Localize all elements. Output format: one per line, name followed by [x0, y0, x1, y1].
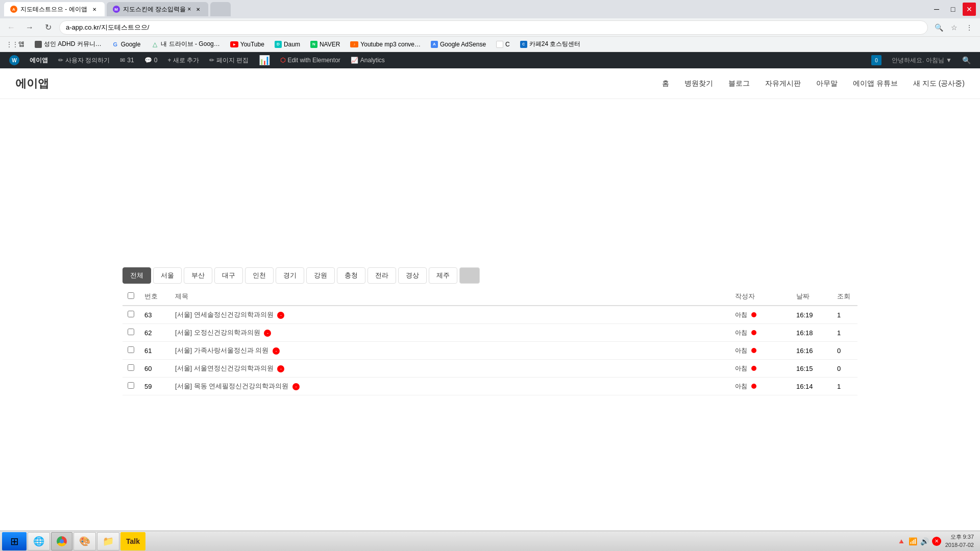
- bookmark-drive-label: 내 드라이브 - Goog…: [161, 40, 219, 48]
- filter-tab-busan[interactable]: 부산: [184, 267, 212, 284]
- tray-icon-1: 🔺: [897, 537, 905, 545]
- taskbar-date: 2018-07-02: [945, 541, 974, 549]
- taskbar-ie-icon[interactable]: 🌐: [28, 532, 50, 550]
- address-icons: 🔍 ☆ ⋮: [932, 21, 976, 34]
- edit-page-label: 페이지 편집: [216, 56, 249, 65]
- youtube-icon: [230, 41, 238, 47]
- bookmark-ytmp3[interactable]: ♪ Youtube mp3 conve…: [346, 38, 425, 51]
- bookmark-naver[interactable]: N NAVER: [306, 38, 344, 51]
- taskbar: ⊞ 🌐 🎨 📁 Talk 🔺 📶 🔊 오후 9:37 2018-07-02: [0, 531, 980, 551]
- wp-new-item[interactable]: + 새로 추가: [162, 52, 204, 68]
- nav-hospital[interactable]: 병원찾기: [684, 79, 713, 88]
- row-check-59[interactable]: [128, 382, 134, 389]
- bookmark-star-button[interactable]: ☆: [947, 21, 961, 34]
- tray-icon-vol: 🔊: [920, 537, 929, 545]
- browser-tab-2[interactable]: M 지도스킨에 장소입력을 × ✕: [107, 2, 209, 16]
- taskbar-kakao-icon[interactable]: Talk: [120, 532, 145, 550]
- wp-stats-item[interactable]: 📊: [254, 52, 275, 68]
- filter-tab-all[interactable]: 전체: [122, 267, 151, 284]
- select-all-checkbox[interactable]: [128, 292, 134, 299]
- tab1-close[interactable]: ✕: [90, 5, 99, 13]
- filter-tab-gyeongsang[interactable]: 경상: [398, 267, 427, 284]
- table-header-row: 번호 제목 작성자 날짜 조회: [122, 288, 857, 306]
- filter-tab-daegu[interactable]: 대구: [214, 267, 243, 284]
- wp-hello-item[interactable]: 안녕하세요. 아침님 ▼: [887, 52, 957, 68]
- address-input[interactable]: [59, 20, 928, 35]
- filter-tab-jeolla[interactable]: 전라: [368, 267, 396, 284]
- wp-customize-item[interactable]: ✏ 사용자 정의하기: [53, 52, 115, 68]
- ytmp3-icon: ♪: [350, 41, 358, 47]
- comments-icon: ✉: [120, 57, 125, 64]
- tab2-close[interactable]: ✕: [194, 5, 202, 13]
- row-check-61[interactable]: [128, 346, 134, 353]
- tab1-icon: A: [10, 6, 17, 13]
- back-button[interactable]: ←: [4, 20, 18, 35]
- nav-mumble[interactable]: 아무말: [816, 79, 838, 88]
- bookmark-drive[interactable]: △ 내 드라이브 - Goog…: [146, 38, 224, 51]
- maximize-button[interactable]: □: [946, 3, 960, 16]
- wp-comments-item[interactable]: ✉ 31: [115, 52, 139, 68]
- taskbar-chrome-icon[interactable]: [51, 532, 72, 550]
- wp-elementor-item[interactable]: ⬡ Edit with Elementor: [275, 52, 345, 68]
- taskbar-paint-icon[interactable]: 🎨: [74, 532, 96, 550]
- author-dot-59: [751, 384, 756, 389]
- tray-close-icon[interactable]: [932, 537, 941, 546]
- row-date-60: 16:15: [791, 360, 832, 378]
- bookmark-daum-label: Daum: [284, 41, 300, 48]
- col-num-header: 번호: [139, 288, 170, 306]
- bookmark-daum[interactable]: D Daum: [271, 38, 304, 51]
- bookmark-adhd[interactable]: 성인 ADHD 커뮤니…: [31, 38, 106, 51]
- bookmark-google[interactable]: G Google: [108, 38, 145, 51]
- taskbar-explorer-icon[interactable]: 📁: [97, 532, 119, 550]
- nav-youtube[interactable]: 에이앱 유튜브: [853, 79, 898, 88]
- nav-newmap[interactable]: 새 지도 (공사중): [913, 79, 965, 88]
- bookmark-google-label: Google: [121, 41, 141, 48]
- browser-tab-3[interactable]: [210, 2, 231, 16]
- wp-logo-item[interactable]: W: [4, 52, 24, 68]
- filter-tab-extra[interactable]: [459, 267, 480, 284]
- col-author-header: 작성자: [730, 288, 791, 306]
- tab2-icon: M: [113, 6, 120, 13]
- browser-tab-1[interactable]: A 지도테스트으으 - 에이앱 ✕: [4, 2, 105, 16]
- forward-button[interactable]: →: [22, 20, 37, 35]
- refresh-button[interactable]: ↻: [41, 20, 55, 35]
- filter-tab-gangwon[interactable]: 강원: [306, 267, 335, 284]
- browser-title-bar: A 지도테스트으으 - 에이앱 ✕ M 지도스킨에 장소입력을 × ✕ ─ □ …: [0, 0, 980, 18]
- wp-site-item[interactable]: 에이앱: [24, 52, 53, 68]
- nav-board[interactable]: 자유게시판: [765, 79, 801, 88]
- wp-notif-item[interactable]: 0: [866, 52, 887, 68]
- edit-page-icon: ✏: [209, 57, 214, 64]
- row-check-62[interactable]: [128, 329, 134, 335]
- bookmark-ytmp3-label: Youtube mp3 conve…: [360, 41, 421, 48]
- wp-search-item[interactable]: 🔍: [957, 52, 976, 68]
- filter-tab-seoul[interactable]: 서울: [153, 267, 182, 284]
- start-button[interactable]: ⊞: [2, 532, 27, 550]
- bookmark-youtube[interactable]: YouTube: [226, 38, 268, 51]
- filter-tab-chungcheong[interactable]: 충청: [337, 267, 365, 284]
- row-check-60[interactable]: [128, 364, 134, 371]
- drive-icon: △: [151, 40, 159, 48]
- wp-likes-item[interactable]: 💬 0: [139, 52, 163, 68]
- bookmark-adsense-label: Google AdSense: [440, 41, 486, 48]
- row-author-61: 아침: [730, 342, 791, 360]
- filter-tab-jeju[interactable]: 제주: [429, 267, 457, 284]
- bookmark-adsense[interactable]: A Google AdSense: [427, 38, 490, 51]
- nav-home[interactable]: 홈: [662, 79, 669, 88]
- search-icon-btn[interactable]: 🔍: [932, 21, 945, 34]
- wp-site-name: 에이앱: [30, 56, 48, 65]
- wp-analytics-item[interactable]: 📈 Analytics: [346, 52, 390, 68]
- taskbar-right: 🔺 📶 🔊 오후 9:37 2018-07-02: [897, 533, 978, 549]
- bookmark-c[interactable]: C: [492, 38, 514, 51]
- wp-edit-page-item[interactable]: ✏ 페이지 편집: [204, 52, 254, 68]
- chrome-menu-button[interactable]: ⋮: [963, 21, 976, 34]
- bookmark-cafe24[interactable]: C 카페24 호스팅센터: [516, 38, 585, 51]
- row-check-63[interactable]: [128, 311, 134, 317]
- nav-blog[interactable]: 블로그: [728, 79, 750, 88]
- bookmark-apps[interactable]: ⋮⋮ 앱: [4, 38, 29, 51]
- tab1-label: 지도테스트으으 - 에이앱: [20, 5, 87, 14]
- filter-tab-incheon[interactable]: 인천: [245, 267, 274, 284]
- close-button[interactable]: ✕: [963, 3, 976, 16]
- kakao-label: Talk: [126, 537, 140, 545]
- filter-tab-gyeonggi[interactable]: 경기: [276, 267, 304, 284]
- minimize-button[interactable]: ─: [930, 3, 943, 16]
